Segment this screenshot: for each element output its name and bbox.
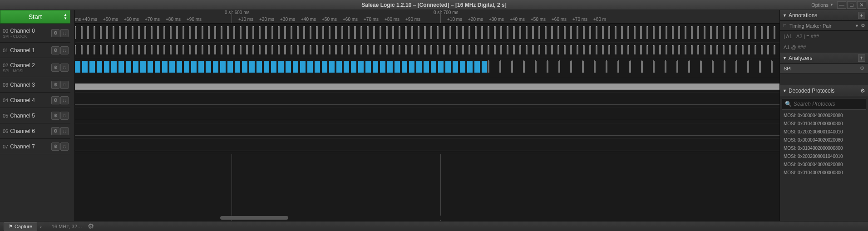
protocol-line[interactable]: MOSI: 0x0104002000000800 [780, 120, 868, 128]
titlebar: Saleae Logic 1.2.10 – [Connected] – [16 … [0, 0, 868, 10]
channel-02[interactable]: 02Channel 2 SPI - MOSI ⚙ ⎍ [0, 58, 70, 77]
protocol-list[interactable]: MOSI: 0x0000040020020080MOSI: 0x01040020… [780, 112, 868, 177]
protocol-line[interactable]: MOSI: 0x0104002000000800 [780, 144, 868, 152]
annotations-header[interactable]: ▼ Annotations + [780, 10, 868, 21]
gear-icon[interactable]: ⚙ [51, 127, 59, 135]
channel-07[interactable]: 07Channel 7 ⚙ ⎍ [0, 139, 70, 154]
svg-rect-12 [162, 61, 168, 73]
gear-icon[interactable]: ⚙ [51, 143, 59, 151]
protocol-line[interactable]: MOSI: 0x0000040020020080 [780, 161, 868, 169]
gear-icon[interactable]: ⚙ [88, 222, 94, 231]
svg-rect-15 [184, 61, 189, 73]
svg-rect-41 [373, 61, 378, 73]
analyzer-spi[interactable]: SPI ⚙ [780, 64, 868, 74]
search-protocols-input[interactable]: 🔍 Search Protocols [782, 98, 866, 110]
svg-rect-16 [191, 61, 197, 73]
trigger-icon[interactable]: ⎍ [60, 96, 69, 104]
window-title: Saleae Logic 1.2.10 – [Connected] – [16 … [361, 2, 506, 8]
marker-diff: | A1 - A2 | = ### [780, 31, 868, 42]
svg-rect-35 [329, 61, 335, 73]
channel-04[interactable]: 04Channel 4 ⚙ ⎍ [0, 93, 70, 108]
channel-sidebar: Start ▲▼ 00Channel 0 SPI - CLOCK ⚙ ⎍ 01C… [0, 10, 70, 221]
svg-rect-56 [482, 61, 487, 73]
chevron-down-icon: ▼ [783, 56, 787, 60]
svg-rect-38 [351, 61, 356, 73]
waveform-tracks[interactable] [75, 24, 779, 221]
trigger-icon[interactable]: ⎍ [60, 81, 69, 89]
trigger-icon[interactable]: ⎍ [60, 29, 69, 37]
svg-rect-33 [315, 61, 320, 73]
horizontal-scrollbar[interactable] [75, 216, 779, 220]
add-annotation-button[interactable]: + [858, 12, 865, 19]
svg-rect-2 [89, 61, 95, 73]
trigger-icon[interactable]: ⎍ [60, 46, 69, 54]
svg-rect-40 [365, 61, 371, 73]
svg-rect-44 [395, 61, 400, 73]
chevron-down-icon: ▼ [855, 24, 859, 28]
options-menu[interactable]: Options▼ [809, 2, 836, 8]
gear-icon[interactable]: ⚙ [51, 46, 59, 54]
svg-rect-14 [177, 61, 182, 73]
analyzers-header[interactable]: ▼ Analyzers + [780, 53, 868, 64]
close-button[interactable]: ✕ [857, 1, 866, 9]
gear-icon[interactable]: ⚙ [51, 64, 59, 72]
svg-rect-11 [155, 61, 160, 73]
capture-info: 16 MHz, 32… [52, 224, 82, 229]
gear-icon[interactable]: ⚙ [51, 112, 59, 120]
minimize-button[interactable]: — [837, 1, 846, 9]
waveform-area[interactable]: 0 s : 600 ms0 s : 700 msms+40 ms+50 ms+6… [75, 10, 779, 221]
capture-tab[interactable]: ⚑ Capture [4, 222, 37, 231]
svg-rect-20 [220, 61, 226, 73]
trigger-icon[interactable]: ⎍ [60, 127, 69, 135]
scrollbar-thumb[interactable] [220, 216, 288, 220]
svg-rect-28 [278, 61, 284, 73]
tag-icon: ⚑ [9, 224, 13, 229]
channel-06[interactable]: 06Channel 6 ⚙ ⎍ [0, 123, 70, 139]
svg-rect-17 [198, 61, 204, 73]
gear-icon[interactable]: ⚙ [51, 81, 59, 89]
protocol-line[interactable]: MOSI: 0x0104002000000800 [780, 169, 868, 177]
svg-rect-30 [293, 61, 298, 73]
trigger-icon[interactable]: ⎍ [60, 64, 69, 72]
chevron-down-icon: ▼ [783, 13, 787, 18]
svg-rect-13 [169, 61, 175, 73]
tag-icon: ⚐ [783, 23, 787, 28]
maximize-button[interactable]: □ [847, 1, 856, 9]
svg-rect-18 [206, 61, 211, 73]
gear-icon[interactable]: ⚙ [861, 23, 865, 29]
nav-column [70, 10, 75, 221]
svg-rect-5 [111, 61, 117, 73]
decoded-header[interactable]: ▼ Decoded Protocols ⚙ [780, 85, 868, 96]
svg-rect-1 [82, 61, 88, 73]
svg-rect-34 [322, 61, 327, 73]
add-analyzer-button[interactable]: + [858, 54, 865, 62]
chevron-right-icon: › [40, 224, 42, 229]
svg-rect-37 [344, 61, 349, 73]
gear-icon[interactable]: ⚙ [51, 29, 59, 37]
svg-rect-48 [424, 61, 429, 73]
svg-rect-45 [402, 61, 407, 73]
chevron-down-icon: ▼ [783, 88, 787, 93]
trigger-icon[interactable]: ⎍ [60, 112, 69, 120]
channel-00[interactable]: 00Channel 0 SPI - CLOCK ⚙ ⎍ [0, 24, 70, 43]
timing-marker-row[interactable]: ⚐ Timing Marker Pair ▼ ⚙ [780, 21, 868, 31]
protocol-line[interactable]: MOSI: 0x0000040020020080 [780, 136, 868, 144]
protocol-line[interactable]: MOSI: 0x2002008001040010 [780, 152, 868, 161]
svg-rect-42 [380, 61, 385, 73]
timeline[interactable]: 0 s : 600 ms0 s : 700 msms+40 ms+50 ms+6… [75, 10, 779, 24]
svg-rect-54 [467, 61, 473, 73]
svg-rect-46 [409, 61, 414, 73]
protocol-line[interactable]: MOSI: 0x0000040020020080 [780, 112, 868, 120]
channel-01[interactable]: 01Channel 1 ⚙ ⎍ [0, 43, 70, 58]
channel-05[interactable]: 05Channel 5 ⚙ ⎍ [0, 108, 70, 123]
gear-icon[interactable]: ⚙ [51, 96, 59, 104]
svg-rect-43 [387, 61, 393, 73]
trigger-icon[interactable]: ⎍ [60, 143, 69, 151]
start-button[interactable]: Start ▲▼ [0, 10, 70, 24]
gear-icon[interactable]: ⚙ [860, 65, 864, 71]
channel-03[interactable]: 03Channel 3 ⚙ ⎍ [0, 77, 70, 93]
svg-rect-27 [271, 61, 276, 73]
protocol-line[interactable]: MOSI: 0x2002008001040010 [780, 128, 868, 136]
gear-icon[interactable]: ⚙ [860, 88, 865, 94]
svg-rect-52 [453, 61, 458, 73]
